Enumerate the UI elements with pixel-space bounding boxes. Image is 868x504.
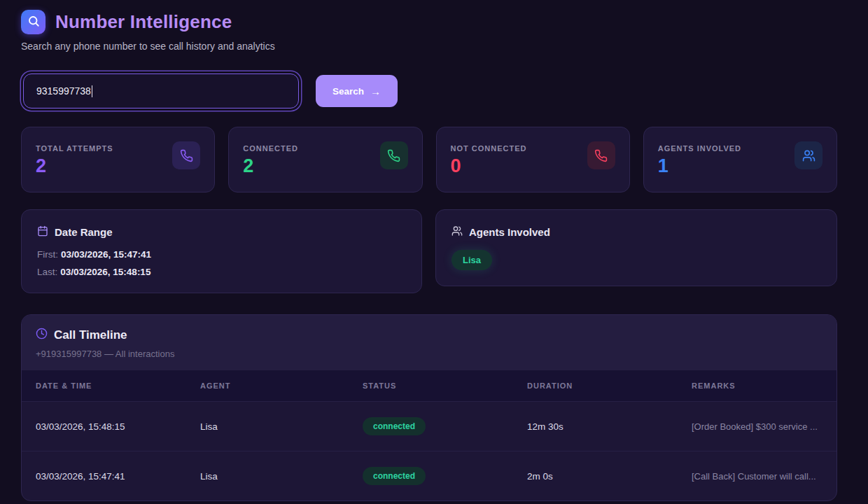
call-timeline-card: Call Timeline +919315997738 — All intera… [21,314,837,501]
column-header-agent: AGENT [200,382,363,390]
clock-icon [36,328,48,343]
phone-icon [380,141,408,169]
text-cursor [92,85,93,97]
cell-duration: 2m 0s [527,471,692,482]
phone-icon [587,141,615,169]
search-icon [27,15,40,30]
date-range-title: Date Range [55,226,113,238]
arrow-right-icon: → [370,85,381,97]
first-date-line: First:03/03/2026, 15:47:41 [37,249,406,260]
timeline-subtitle: +919315997738 — All interactions [36,349,822,359]
status-badge: connected [363,417,426,435]
cell-status: connected [363,467,527,485]
cell-datetime: 03/03/2026, 15:47:41 [36,471,200,482]
cell-duration: 12m 30s [527,421,692,432]
app-logo [21,10,46,34]
users-icon [794,141,822,169]
search-button-label: Search [332,86,364,97]
timeline-title: Call Timeline [54,328,127,342]
page-header: Number Intelligence [21,10,837,34]
last-value: 03/03/2026, 15:48:15 [60,267,150,277]
last-date-line: Last:03/03/2026, 15:48:15 [37,267,406,277]
search-button[interactable]: Search → [316,75,398,107]
agents-title: Agents Involved [469,226,550,238]
page-title: Number Intelligence [55,11,232,33]
table-row: 03/03/2026, 15:48:15 Lisa connected 12m … [22,401,836,451]
table-row: 03/03/2026, 15:47:41 Lisa connected 2m 0… [22,451,836,500]
phone-number-value: 9315997738 [36,85,91,97]
cell-agent: Lisa [200,421,363,432]
cell-remarks: [Order Booked] $300 service ... [692,421,836,432]
cell-remarks: [Call Back] Customer will call... [692,471,836,482]
status-badge: connected [363,467,426,485]
page-subtitle: Search any phone number to see call hist… [21,41,837,52]
column-header-remarks: REMARKS [692,382,836,390]
stats-row: TOTAL ATTEMPTS 2 CONNECTED 2 NOT CONNECT… [21,127,837,192]
last-label: Last: [37,267,57,277]
table-header-row: DATE & TIME AGENT STATUS DURATION REMARK… [22,370,836,401]
phone-number-input[interactable]: 9315997738 [23,74,299,108]
date-range-card: Date Range First:03/03/2026, 15:47:41 La… [21,209,422,293]
page-container: Number Intelligence Search any phone num… [21,0,837,501]
column-header-datetime: DATE & TIME [36,382,200,390]
search-bar: 9315997738 Search → [21,74,837,108]
stat-card-connected: CONNECTED 2 [228,127,422,192]
column-header-status: STATUS [363,382,527,390]
first-value: 03/03/2026, 15:47:41 [61,249,151,260]
first-label: First: [37,249,58,260]
timeline-header: Call Timeline +919315997738 — All intera… [22,315,836,370]
cell-status: connected [363,417,527,435]
users-icon [451,225,463,239]
cell-datetime: 03/03/2026, 15:48:15 [36,421,200,432]
stat-card-agents-involved: AGENTS INVOLVED 1 [643,127,837,192]
stat-card-not-connected: NOT CONNECTED 0 [436,127,630,192]
timeline-title-row: Call Timeline [36,328,822,343]
date-range-title-row: Date Range [37,225,406,239]
column-header-duration: DURATION [527,382,692,390]
phone-icon [172,141,200,169]
agent-badge: Lisa [451,250,492,270]
calendar-icon [37,225,48,239]
stat-card-total-attempts: TOTAL ATTEMPTS 2 [21,127,215,192]
agents-title-row: Agents Involved [451,225,821,239]
agents-involved-card: Agents Involved Lisa [435,209,837,286]
cell-agent: Lisa [200,471,363,482]
summary-row: Date Range First:03/03/2026, 15:47:41 La… [21,209,837,293]
